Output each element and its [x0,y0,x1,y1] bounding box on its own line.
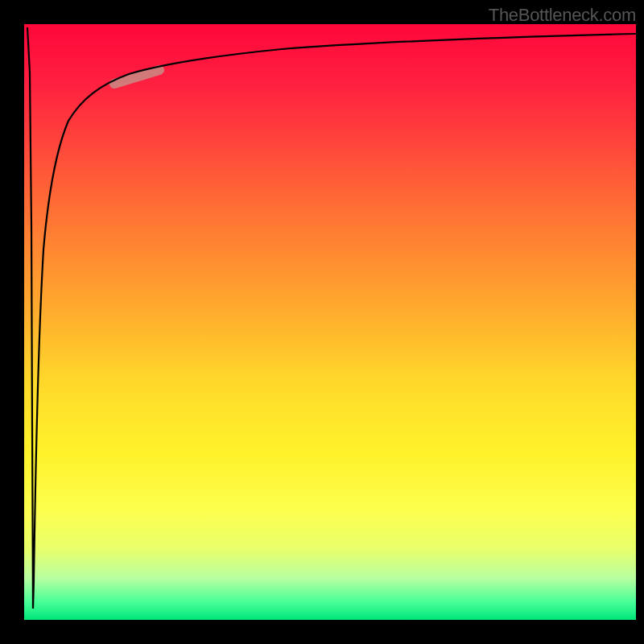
highlight-segment [114,70,159,84]
attribution-text: TheBottleneck.com [489,5,636,26]
chart-svg [24,24,636,620]
bottleneck-curve [27,27,636,609]
chart-plot-area [24,24,636,620]
